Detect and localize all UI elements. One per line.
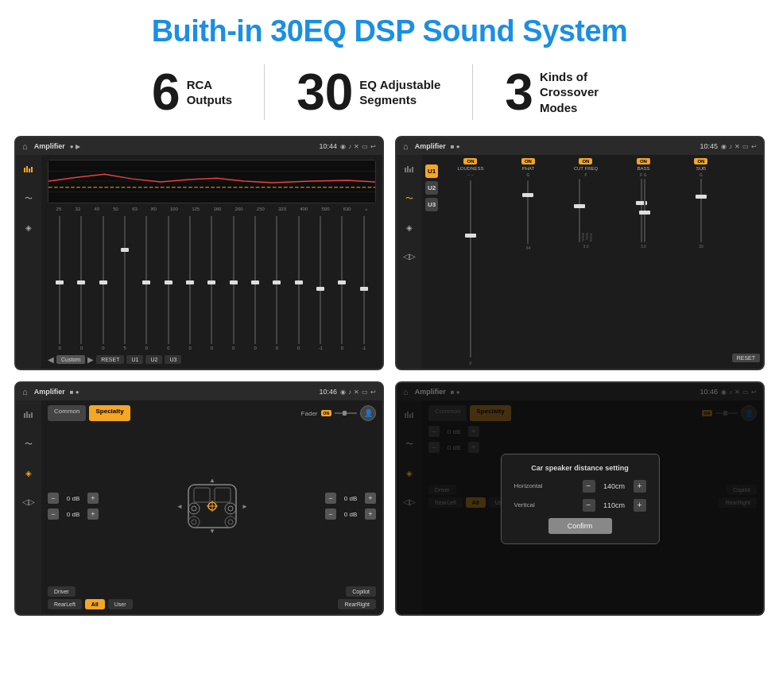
dialog-horizontal-plus[interactable]: + [634, 480, 646, 493]
preset-u3[interactable]: U3 [425, 198, 438, 211]
vol-icon-tr[interactable]: ◁▷ [401, 247, 418, 265]
loudness-slider[interactable] [470, 180, 471, 358]
eq-u1-btn[interactable]: U1 [126, 355, 143, 364]
wave-icon[interactable]: 〜 [20, 190, 37, 207]
vol-rr-val: 0 dB [339, 511, 362, 518]
dialog-horizontal-minus[interactable]: − [583, 480, 595, 493]
svg-point-27 [225, 516, 236, 528]
vol-rr-minus[interactable]: − [325, 509, 336, 520]
screen-dialog: ⌂ Amplifier ■ ● 10:46 ◉ ♪ ✕ ▭ ↩ [395, 381, 765, 616]
dialog-overlay: Car speaker distance setting Horizontal … [397, 383, 763, 614]
dialog-vertical-minus[interactable]: − [583, 499, 595, 512]
crossover-icon-tr[interactable]: 〜 [401, 190, 418, 207]
btn-driver[interactable]: Driver [48, 586, 76, 597]
eq-slider-6[interactable]: 0 [180, 216, 200, 350]
eq-slider-8[interactable]: 0 [223, 216, 244, 350]
preset-u2[interactable]: U2 [425, 181, 438, 195]
preset-u1[interactable]: U1 [425, 164, 438, 178]
svg-rect-13 [26, 412, 28, 418]
tab-specialty[interactable]: Specialty [89, 405, 130, 421]
eq-slider-2[interactable]: 0 [93, 216, 114, 350]
back-icon[interactable]: ↩ [370, 143, 376, 150]
bass-on[interactable]: ON [637, 158, 650, 164]
speaker-icon[interactable]: ◈ [20, 219, 37, 236]
tab-common[interactable]: Common [48, 405, 86, 421]
eq-prev[interactable]: ◀ [48, 355, 54, 364]
svg-rect-8 [405, 168, 406, 172]
dialog-vertical-val: 110cm [599, 501, 630, 509]
home-icon-bl[interactable]: ⌂ [22, 387, 28, 396]
eq-slider-9[interactable]: 0 [245, 216, 265, 350]
home-icon[interactable]: ⌂ [22, 141, 28, 151]
loudness-on[interactable]: ON [463, 158, 477, 164]
dialog-horizontal-label: Horizontal [514, 482, 543, 489]
eq-next[interactable]: ▶ [87, 355, 94, 364]
eq-custom-btn[interactable]: Custom [56, 355, 85, 364]
back-icon-bl[interactable]: ↩ [370, 389, 376, 396]
eq-icon-bl[interactable] [20, 407, 37, 424]
eq-slider-3[interactable]: 5 [114, 216, 135, 350]
home-icon-tr[interactable]: ⌂ [403, 141, 409, 151]
svg-point-25 [188, 516, 200, 528]
vol-fr-plus[interactable]: + [365, 493, 376, 504]
sub-on[interactable]: ON [694, 158, 707, 164]
eq-icon[interactable] [20, 161, 37, 179]
dialog-vertical-plus[interactable]: + [634, 499, 646, 512]
location-icon-bl: ◉ [340, 389, 346, 396]
eq-slider-12[interactable]: -1 [310, 216, 331, 350]
cutfreq-on[interactable]: ON [579, 158, 592, 164]
eq-slider-14[interactable]: -1 [354, 216, 374, 350]
speaker-icon-bl[interactable]: ◈ [20, 464, 37, 481]
vol-fr-minus[interactable]: − [325, 493, 336, 504]
eq-slider-5[interactable]: 0 [158, 216, 179, 350]
amplifier-title-tl: Amplifier [34, 142, 65, 150]
btn-rearright[interactable]: RearRight [338, 599, 376, 609]
eq-u3-btn[interactable]: U3 [165, 355, 181, 364]
btn-rearleft[interactable]: RearLeft [48, 599, 82, 609]
profile-icon-bl[interactable]: 👤 [360, 405, 376, 421]
svg-rect-2 [29, 168, 30, 172]
dialog-vertical-row: Vertical − 110cm + [514, 499, 646, 512]
fader-on-badge[interactable]: ON [321, 410, 332, 416]
vol-rl-minus[interactable]: − [48, 509, 59, 520]
dialog-horizontal-val: 140cm [599, 482, 630, 490]
svg-rect-9 [407, 166, 409, 172]
phat-on[interactable]: ON [521, 158, 535, 164]
btn-copilot[interactable]: Copilot [346, 586, 376, 597]
vol-rl-plus[interactable]: + [87, 509, 99, 520]
vol-fr-val: 0 dB [339, 495, 362, 502]
bass-name: BASS [637, 166, 649, 171]
eq-u2-btn[interactable]: U2 [145, 355, 162, 364]
svg-text:►: ► [242, 503, 248, 510]
eq-reset-btn[interactable]: RESET [96, 355, 124, 364]
speaker-icon-tr[interactable]: ◈ [401, 219, 418, 236]
vol-fl-minus[interactable]: − [48, 493, 59, 504]
stat-eq-text: EQ Adjustable Segments [359, 77, 440, 108]
status-time-bl: 10:46 [319, 388, 337, 396]
svg-rect-4 [48, 160, 375, 203]
eq-icon-tr[interactable] [401, 161, 418, 179]
btn-user[interactable]: User [108, 599, 133, 609]
dialog-confirm-button[interactable]: Confirm [548, 518, 612, 534]
car-diagram: ▲ ▼ ◄ ► [105, 426, 319, 586]
eq-slider-4[interactable]: 0 [136, 216, 157, 350]
expand-icon-bl[interactable]: ◁▷ [20, 493, 37, 510]
eq-slider-10[interactable]: 0 [266, 216, 287, 350]
back-icon-tr[interactable]: ↩ [751, 143, 757, 150]
eq-slider-11[interactable]: 0 [289, 216, 309, 350]
screen-fader: ⌂ Amplifier ■ ● 10:46 ◉ ♪ ✕ ▭ ↩ [14, 381, 384, 616]
wave-icon-bl[interactable]: 〜 [20, 435, 37, 453]
eq-slider-7[interactable]: 0 [201, 216, 222, 350]
eq-label-11: 320 [278, 207, 286, 211]
eq-label-3: 50 [113, 207, 118, 211]
eq-slider-1[interactable]: 0 [71, 216, 91, 350]
vol-fl-plus[interactable]: + [87, 493, 99, 504]
btn-all[interactable]: All [85, 599, 105, 609]
reset-btn-tr[interactable]: RESET [732, 354, 760, 362]
eq-slider-13[interactable]: 0 [331, 216, 352, 350]
eq-label-more: » [365, 207, 367, 211]
screen-crossover: ⌂ Amplifier ■ ● 10:45 ◉ ♪ ✕ ▭ ↩ [395, 136, 765, 370]
eq-slider-0[interactable]: 0 [49, 216, 70, 350]
svg-point-26 [192, 520, 196, 524]
vol-rr-plus[interactable]: + [365, 509, 376, 520]
